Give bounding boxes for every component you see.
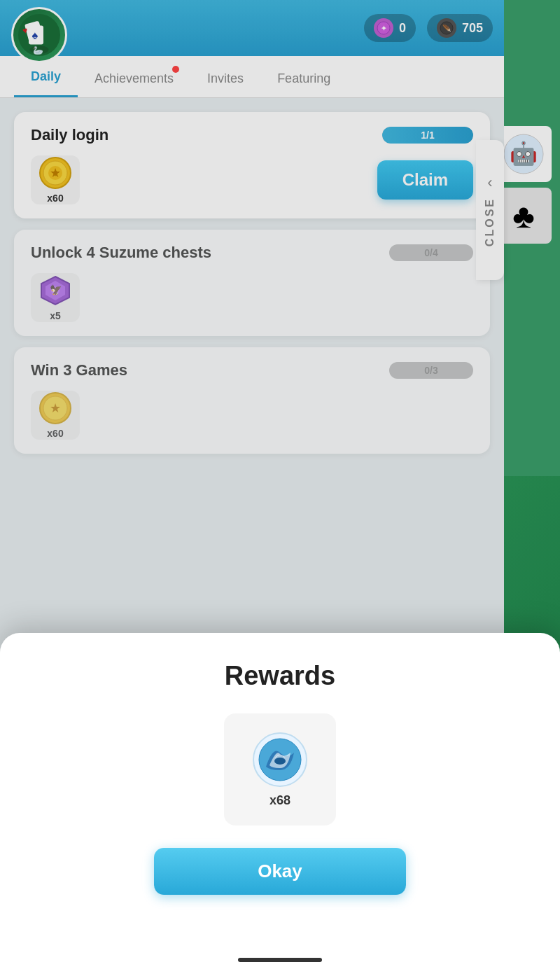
modal-reward-item: x68 <box>224 713 336 825</box>
modal-reward-count: x68 <box>270 793 290 808</box>
rewards-modal-title: Rewards <box>225 661 335 691</box>
okay-button[interactable]: Okay <box>154 848 406 895</box>
modal-backdrop <box>0 0 560 672</box>
svg-point-27 <box>274 758 286 765</box>
blue-wing-icon <box>252 732 308 788</box>
rewards-modal: Rewards x68 Okay <box>0 633 560 969</box>
home-indicator <box>238 958 322 962</box>
